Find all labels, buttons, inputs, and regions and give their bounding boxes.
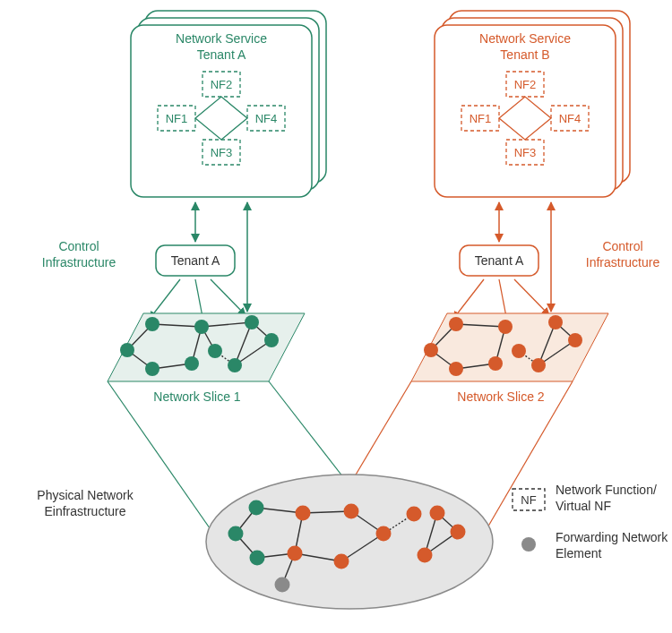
legend: NF Network Function/ Virtual NF Forwardi…	[513, 483, 668, 560]
svg-point-23	[264, 333, 279, 347]
svg-point-67	[296, 506, 311, 521]
tenant-b-label: Tenant A	[475, 253, 524, 268]
legend-node-line1: Forwarding Network	[556, 530, 668, 544]
svg-point-66	[250, 551, 265, 566]
svg-point-43	[488, 356, 503, 371]
svg-point-44	[449, 362, 463, 376]
slice-2-label: Network Slice 2	[457, 389, 544, 404]
slice-1-label: Network Slice 1	[153, 389, 240, 404]
svg-point-17	[145, 317, 159, 331]
control-label-b-1: Control	[602, 239, 642, 253]
control-label-a-1: Control	[58, 239, 99, 253]
control-label-b-2: Infrastructure	[586, 255, 660, 269]
physical-label-2: Einfrastructure	[44, 504, 125, 518]
svg-point-42	[498, 320, 513, 334]
svg-point-24	[228, 358, 242, 372]
physical-group: Physical Network Einfrastructure	[37, 475, 493, 609]
svg-point-71	[334, 554, 349, 569]
svg-point-64	[249, 500, 264, 516]
tenant-b-group: Network Service Tenant B NF2 NF1 NF4 NF3…	[349, 11, 659, 546]
svg-point-45	[424, 343, 438, 357]
nf2-a: NF2	[211, 78, 233, 91]
svg-point-72	[407, 507, 422, 522]
proj-b-right	[477, 381, 573, 546]
nf3-b: NF3	[514, 146, 537, 159]
nf3-a: NF3	[211, 146, 233, 159]
svg-point-19	[185, 356, 199, 371]
arrow-tenant-b-down-1	[453, 279, 484, 319]
legend-nf-line1: Network Function/	[556, 483, 657, 497]
svg-point-70	[376, 526, 392, 542]
svg-point-21	[120, 343, 134, 357]
proj-a-right	[269, 381, 349, 485]
nf1-a: NF1	[166, 112, 188, 125]
proj-b-left	[349, 381, 411, 485]
physical-ellipse	[206, 475, 493, 609]
tenant-a-group: Network Service Tenant A NF2 NF1 NF4 NF3…	[42, 11, 349, 546]
svg-point-41	[449, 317, 463, 331]
svg-point-73	[430, 506, 445, 521]
svg-point-68	[288, 546, 303, 561]
legend-node-line2: Element	[556, 546, 601, 560]
legend-nf-text: NF	[521, 493, 536, 507]
nf4-a: NF4	[255, 112, 278, 125]
service-title-a-2: Tenant A	[197, 47, 246, 62]
svg-point-69	[344, 504, 359, 519]
tenant-a-label: Tenant A	[171, 253, 220, 268]
svg-point-25	[208, 344, 222, 358]
proj-a-left	[108, 381, 222, 546]
svg-point-75	[418, 548, 433, 563]
arrow-tenant-a-down-1	[150, 279, 180, 319]
svg-point-48	[531, 358, 546, 372]
svg-point-18	[194, 320, 209, 334]
svg-point-22	[245, 315, 259, 329]
svg-point-20	[145, 362, 159, 376]
svg-point-74	[451, 525, 466, 540]
nf4-b: NF4	[559, 112, 582, 125]
physical-label-1: Physical Network	[37, 488, 134, 502]
legend-nf-line2: Virtual NF	[556, 499, 611, 513]
svg-point-47	[568, 333, 582, 347]
svg-point-49	[512, 344, 526, 358]
svg-point-65	[228, 526, 244, 542]
arrow-tenant-a-down-3	[211, 279, 246, 315]
svg-point-76	[275, 577, 290, 593]
service-title-a-1: Network Service	[176, 31, 267, 46]
nf1-b: NF1	[470, 112, 492, 125]
arrow-tenant-b-down-3	[514, 279, 549, 315]
service-title-b-1: Network Service	[479, 31, 571, 46]
svg-point-46	[548, 315, 563, 329]
legend-node-icon	[521, 537, 536, 552]
control-label-a-2: Infrastructure	[42, 255, 116, 269]
service-title-b-2: Tenant B	[500, 47, 549, 62]
nf2-b: NF2	[514, 78, 537, 91]
